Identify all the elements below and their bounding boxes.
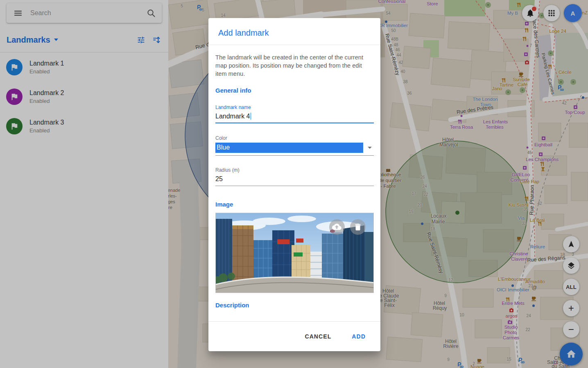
- dialog-title: Add landmark: [208, 18, 380, 45]
- dialog-footer: CANCEL ADD: [208, 321, 380, 351]
- section-image: Image: [215, 201, 374, 208]
- add-button[interactable]: ADD: [349, 333, 368, 340]
- add-landmark-dialog: Add landmark The landmark will be create…: [208, 18, 380, 351]
- color-select-value: Blue: [215, 143, 363, 153]
- landmark-name-label: Landmark name: [215, 104, 374, 110]
- trash-icon: [353, 223, 362, 232]
- section-description: Description: [215, 302, 374, 309]
- color-select[interactable]: Blue: [215, 143, 374, 153]
- dialog-intro-text: The landmark will be created in the cent…: [215, 53, 374, 78]
- radius-input[interactable]: 25: [215, 175, 374, 183]
- section-general-info: General info: [215, 87, 374, 94]
- cloud-upload-icon: [332, 222, 342, 232]
- landmark-image-preview: [215, 213, 374, 293]
- color-field[interactable]: Color Blue: [215, 135, 374, 156]
- cancel-button[interactable]: CANCEL: [302, 333, 334, 340]
- landmark-name-field[interactable]: Landmark name Landmark 4: [215, 104, 374, 123]
- landmark-name-value: Landmark 4: [215, 113, 250, 120]
- landmark-name-input[interactable]: Landmark 4: [215, 112, 374, 120]
- text-cursor: [251, 113, 251, 120]
- dropdown-arrow-icon[interactable]: [368, 147, 372, 149]
- radius-field[interactable]: Radius (m) 25: [215, 167, 374, 186]
- input-underline: [215, 155, 374, 156]
- radius-label: Radius (m): [215, 167, 374, 173]
- upload-image-button[interactable]: [329, 219, 345, 235]
- input-underline: [215, 186, 374, 186]
- color-label: Color: [215, 135, 374, 141]
- input-underline: [215, 123, 374, 123]
- delete-image-button[interactable]: [350, 219, 366, 235]
- app-window: Rue du Pont de TounisRueRue Saint-Rémézy…: [0, 0, 588, 368]
